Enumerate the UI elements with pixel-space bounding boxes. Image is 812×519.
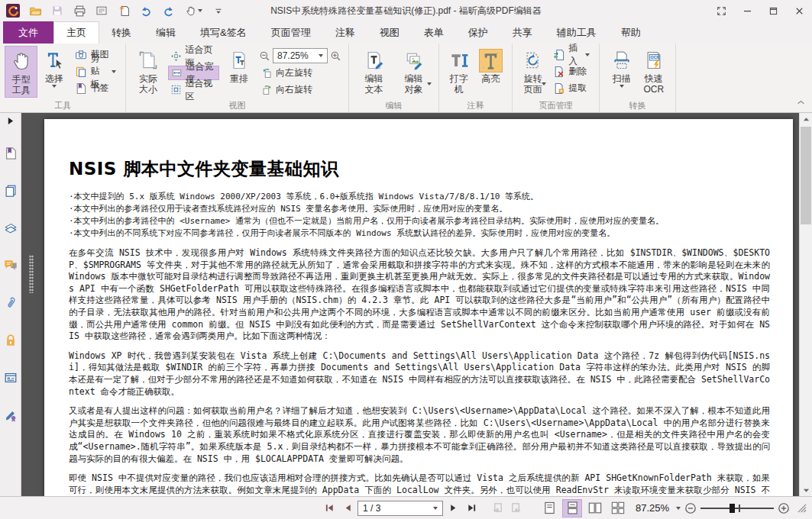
previous-page-button[interactable] (339, 500, 356, 517)
bookmarks-panel-button[interactable] (3, 146, 18, 161)
undo-button[interactable] (138, 3, 154, 18)
delete-pages-button[interactable]: 删除 (551, 64, 592, 79)
tab-accessibility[interactable]: 辅助工具 (545, 21, 609, 44)
fit-visible-button[interactable]: 适合视区 (168, 82, 219, 97)
open-file-button[interactable] (27, 3, 43, 18)
rotate-left-button[interactable]: 向左旋转 (259, 66, 341, 80)
redo-button[interactable] (160, 3, 176, 18)
save-button[interactable] (50, 3, 65, 18)
edit-text-button[interactable]: 编辑文本 (354, 46, 394, 98)
tab-view[interactable]: 视图 (367, 21, 412, 44)
first-page-button[interactable] (321, 500, 338, 517)
scan-button[interactable]: 扫描 (606, 46, 638, 98)
last-page-button[interactable] (463, 500, 480, 517)
single-page-view-button[interactable] (539, 499, 559, 517)
toggle-ui-button[interactable] (708, 0, 734, 21)
ribbon-group-organize: 旋转页面 插入 删除 提取 页面管理 (513, 44, 600, 112)
document-canvas[interactable]: NSIS 脚本中文件夹变量基础知识 ·本文中提到的 5.x 版系统 Window… (21, 113, 799, 496)
tab-comment[interactable]: 注释 (323, 21, 367, 44)
actual-size-button[interactable]: 实际大小 (131, 46, 166, 98)
rotate-pages-label: 旋转页面 (523, 73, 543, 95)
customize-toolbar-button[interactable] (211, 3, 226, 18)
zoom-slider[interactable] (700, 508, 774, 509)
tab-organize[interactable]: 页面管理 (259, 21, 323, 44)
scroll-up-button[interactable] (800, 113, 812, 125)
scroll-down-button[interactable] (800, 484, 812, 496)
previous-view-button[interactable] (489, 500, 506, 517)
clipboard-button[interactable]: 剪贴板 (73, 64, 118, 79)
tab-fill-sign[interactable]: 填写&签名 (188, 21, 259, 44)
status-zoom-out-button[interactable] (684, 502, 697, 514)
select-tool-button[interactable]: 选择 (37, 46, 70, 98)
rotate-left-icon (261, 67, 273, 79)
pages-panel-button[interactable] (3, 183, 18, 198)
bookmark-button[interactable]: 书签 (73, 81, 118, 95)
continuous-facing-view-button[interactable] (608, 499, 628, 517)
dropdown-arrow-icon (198, 9, 202, 12)
status-zoom-in-button[interactable] (778, 502, 790, 514)
expand-panel-button[interactable] (7, 118, 14, 124)
dropdown-arrow-icon (620, 85, 624, 88)
restore-button[interactable] (760, 0, 786, 21)
fields-panel-button[interactable] (3, 370, 18, 385)
window-controls (708, 0, 812, 21)
edit-object-button[interactable]: 编辑对象 (394, 46, 434, 98)
comments-panel-button[interactable] (3, 258, 18, 273)
zoom-in-button[interactable] (330, 50, 341, 62)
next-view-button[interactable] (507, 500, 524, 517)
signatures-panel-button[interactable] (3, 408, 18, 423)
extract-pages-button[interactable]: 提取 (551, 81, 592, 95)
new-document-button[interactable] (116, 3, 131, 18)
document-paragraph: 即使 NSIS 中不提供对应变量的路径，我们也应该适用相对合理的拼接方式。比如先… (69, 472, 770, 496)
layers-panel-button[interactable] (3, 221, 18, 236)
hand-tool-button[interactable]: 手型工具 (5, 46, 37, 98)
typewriter-icon (448, 48, 470, 73)
highlight-button[interactable]: 高亮 (474, 46, 507, 98)
minimize-button[interactable] (734, 0, 760, 21)
zoom-slider-handle[interactable] (730, 504, 735, 513)
tab-home[interactable]: 主页 (53, 21, 99, 44)
close-button[interactable] (786, 0, 812, 21)
zoom-dropdown-arrow-icon[interactable] (676, 507, 681, 510)
tab-protect[interactable]: 保护 (456, 21, 500, 44)
group-label-convert: 转换 (603, 100, 672, 112)
email-button[interactable] (94, 3, 109, 18)
attachments-panel-button[interactable] (3, 295, 18, 311)
tab-convert[interactable]: 转换 (99, 21, 144, 44)
zoom-out-button[interactable] (259, 50, 270, 62)
rotate-right-button[interactable]: 向右旋转 (259, 82, 341, 97)
print-button[interactable] (72, 3, 87, 18)
tab-file[interactable]: 文件 (3, 21, 53, 44)
scrollbar-thumb[interactable] (801, 127, 811, 224)
panel-splitter-handle[interactable] (29, 255, 34, 293)
typewriter-button[interactable]: 打字机 (444, 46, 474, 98)
app-logo-icon[interactable] (5, 3, 21, 18)
navigation-sidebar (0, 113, 21, 496)
continuous-view-button[interactable] (562, 499, 582, 517)
zoom-level-combobox[interactable]: 87.25% (273, 48, 328, 63)
pdf-page[interactable]: NSIS 脚本中文件夹变量基础知识 ·本文中提到的 5.x 版系统 Window… (44, 119, 793, 496)
rotate-pages-button[interactable]: 旋转页面 (517, 46, 548, 98)
hand-tool-quick-button[interactable] (183, 3, 204, 18)
quick-ocr-button[interactable]: OCR 快速OCR (638, 46, 670, 98)
tab-edit[interactable]: 编辑 (144, 21, 188, 44)
tab-share[interactable]: 共享 (500, 21, 545, 44)
edit-object-icon (403, 48, 425, 73)
collapse-ribbon-button[interactable] (796, 98, 806, 108)
ribbon: 手型工具 选择 截图 剪贴板 书签 (0, 44, 812, 113)
tab-form[interactable]: 表单 (412, 21, 456, 44)
tab-help[interactable]: 帮助 (609, 21, 653, 44)
bookmark-label: 书签 (90, 82, 108, 95)
reflow-button[interactable]: 重排 (222, 46, 257, 98)
insert-pages-icon (553, 49, 565, 61)
facing-view-button[interactable] (585, 499, 605, 517)
page-number-box[interactable]: 1 / 3 (357, 501, 443, 516)
next-page-button[interactable] (445, 500, 461, 517)
edit-object-label: 编辑对象 (404, 73, 424, 95)
vertical-scrollbar[interactable] (799, 113, 812, 496)
security-panel-button[interactable] (3, 333, 18, 348)
scan-icon (611, 48, 632, 73)
ribbon-group-comment: 打字机 高亮 注释 (439, 44, 513, 112)
insert-pages-button[interactable]: 插入 (551, 47, 592, 62)
fit-visible-icon (170, 84, 182, 95)
